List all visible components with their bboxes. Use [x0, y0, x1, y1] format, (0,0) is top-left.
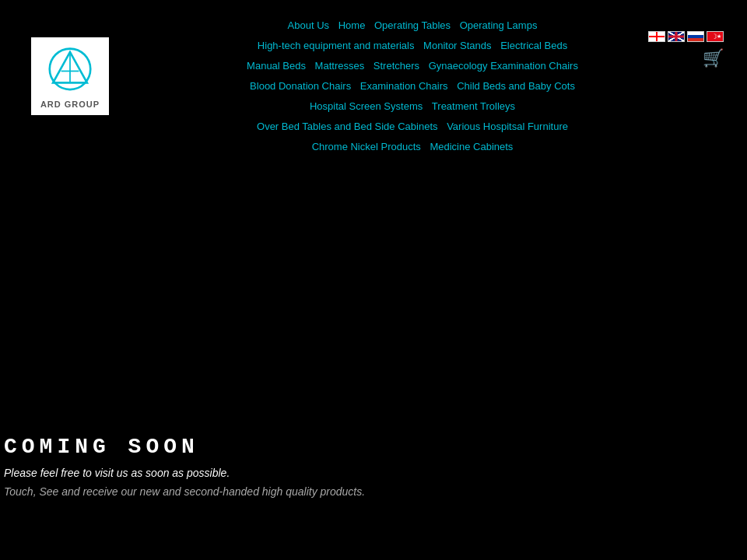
nav-stretchers[interactable]: Stretchers: [374, 60, 419, 72]
nav-screen-systems[interactable]: Hospital Screen Systems: [310, 100, 423, 112]
nav-row-4: Blood Donation Chairs Examination Chairs…: [124, 76, 700, 96]
logo-text: ARD GROUP: [40, 100, 100, 109]
coming-soon-subtitle: Please feel free to visit us as soon as …: [4, 467, 747, 479]
nav-mattresses[interactable]: Mattresses: [315, 60, 365, 72]
nav-monitor-stands[interactable]: Monitor Stands: [423, 40, 491, 51]
nav-hightech[interactable]: High-tech equipment and materials: [258, 40, 415, 51]
nav-gynaecology[interactable]: Gynaecology Examination Chairs: [429, 60, 578, 72]
nav-treatment-trolleys[interactable]: Treatment Trolleys: [432, 100, 515, 112]
cart-icon-symbol: 🛒: [703, 48, 724, 68]
nav-about-us[interactable]: About Us: [288, 19, 329, 31]
nav-row-3: Manual Beds Mattresses Stretchers Gynaec…: [124, 56, 700, 76]
nav-row-5: Hospital Screen Systems Treatment Trolle…: [124, 96, 700, 117]
nav-home[interactable]: Home: [338, 19, 366, 31]
nav-overbed-tables[interactable]: Over Bed Tables and Bed Side Cabinets: [257, 121, 437, 132]
nav-row-7: Chrome Nickel Products Medicine Cabinets: [124, 137, 700, 157]
coming-soon-title: COMING SOON: [4, 435, 747, 459]
nav-row-1: About Us Home Operating Tables Operating…: [124, 16, 700, 36]
nav-row-6: Over Bed Tables and Bed Side Cabinets Va…: [124, 117, 700, 137]
cart-icon[interactable]: 🛒: [703, 48, 724, 68]
nav-electrical-beds[interactable]: Electrical Beds: [500, 40, 567, 51]
nav-manual-beds[interactable]: Manual Beds: [247, 60, 306, 72]
coming-soon-section: COMING SOON Please feel free to visit us…: [0, 435, 747, 498]
logo-svg: [43, 44, 97, 98]
nav-examination-chairs[interactable]: Examination Chairs: [360, 80, 448, 92]
nav-operating-lamps[interactable]: Operating Lamps: [460, 19, 538, 31]
nav-child-beds[interactable]: Child Beds and Baby Cots: [457, 80, 575, 92]
main-navigation: About Us Home Operating Tables Operating…: [124, 16, 700, 157]
nav-row-2: High-tech equipment and materials Monito…: [124, 36, 700, 56]
logo-container: ARD GROUP: [31, 37, 109, 115]
nav-various-furniture[interactable]: Various Hospitsal Furniture: [447, 121, 568, 132]
nav-blood-donation[interactable]: Blood Donation Chairs: [250, 80, 351, 92]
coming-soon-description: Touch, See and receive our new and secon…: [4, 485, 747, 498]
turkish-flag[interactable]: ☽ ★: [707, 31, 724, 42]
nav-operating-tables[interactable]: Operating Tables: [374, 19, 451, 31]
nav-chrome-nickel[interactable]: Chrome Nickel Products: [312, 141, 421, 152]
nav-medicine-cabinets[interactable]: Medicine Cabinets: [430, 141, 513, 152]
